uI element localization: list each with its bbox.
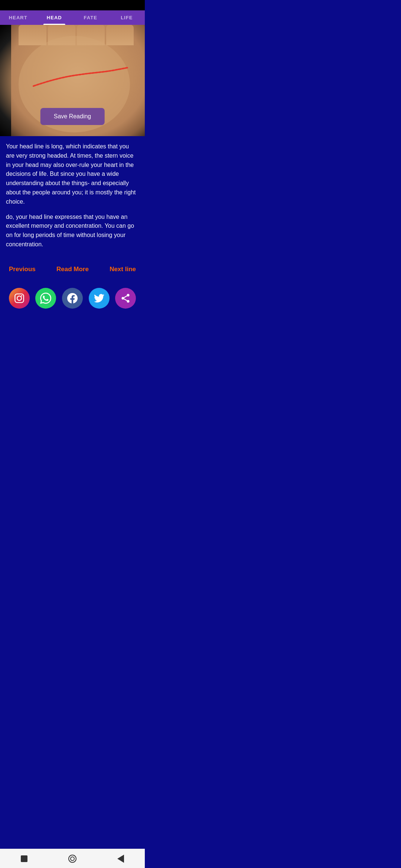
social-icons: [0, 285, 145, 312]
reading-paragraph-1: Your head line is long, which indicates …: [6, 142, 139, 207]
spacer: [0, 319, 145, 341]
previous-button[interactable]: Previous: [6, 264, 39, 274]
tab-bar: HEART HEAD FATE LIFE: [0, 10, 145, 25]
svg-point-2: [17, 296, 22, 300]
status-bar: [0, 0, 145, 10]
svg-point-3: [21, 295, 22, 297]
whatsapp-icon[interactable]: [35, 288, 56, 309]
facebook-icon[interactable]: [62, 288, 83, 309]
tab-fate[interactable]: FATE: [72, 15, 109, 25]
instagram-icon[interactable]: [9, 288, 30, 309]
svg-line-8: [124, 296, 127, 297]
content-area: Your head line is long, which indicates …: [0, 136, 145, 261]
twitter-icon[interactable]: [89, 288, 110, 309]
tab-life[interactable]: LIFE: [109, 15, 145, 25]
next-line-button[interactable]: Next line: [107, 264, 139, 274]
tab-heart[interactable]: HEART: [0, 15, 36, 25]
action-buttons: Previous Read More Next line: [0, 261, 145, 277]
svg-rect-1: [15, 294, 23, 302]
share-icon[interactable]: [115, 288, 136, 309]
hand-image-container: Save Reading: [0, 25, 145, 136]
tab-head[interactable]: HEAD: [36, 15, 73, 25]
svg-line-7: [124, 299, 127, 301]
svg-point-6: [127, 300, 130, 302]
svg-point-5: [122, 297, 124, 299]
read-more-button[interactable]: Read More: [53, 264, 92, 274]
reading-paragraph-2: do, your head line expresses that you ha…: [6, 213, 139, 249]
save-reading-button[interactable]: Save Reading: [40, 108, 105, 125]
svg-point-4: [127, 294, 130, 296]
